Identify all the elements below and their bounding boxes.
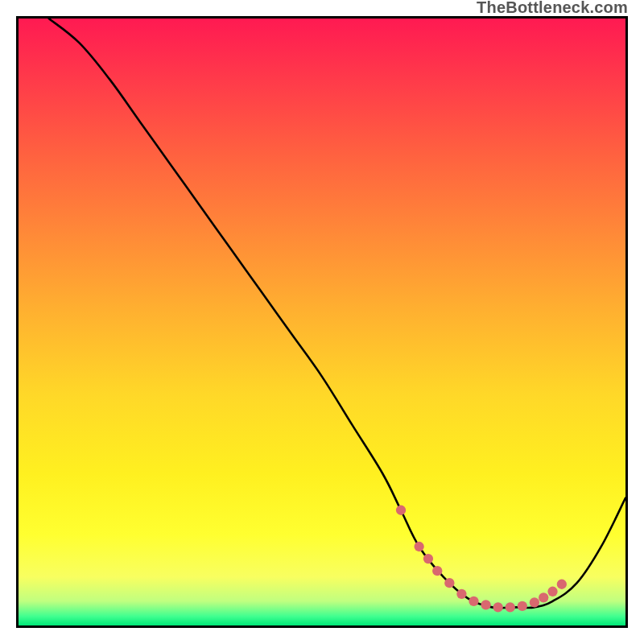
- bottleneck-curve: [49, 19, 625, 608]
- trough-marker-dot: [539, 592, 548, 602]
- trough-marker-dot: [469, 597, 478, 606]
- trough-marker-dot: [547, 587, 557, 597]
- trough-marker-dot: [481, 600, 490, 609]
- trough-marker-dot: [518, 601, 527, 611]
- trough-marker-dot: [396, 506, 406, 515]
- trough-marker-dot: [506, 602, 515, 612]
- trough-marker-dot: [423, 554, 433, 564]
- trough-marker-dot: [456, 589, 466, 599]
- trough-marker-dot: [444, 578, 454, 588]
- trough-marker-dot: [432, 566, 442, 576]
- plot-area: [16, 16, 628, 628]
- trough-marker-dot: [557, 580, 567, 589]
- curve-layer: [19, 19, 625, 625]
- chart-container: TheBottleneck.com: [0, 0, 644, 644]
- trough-markers: [396, 506, 567, 613]
- trough-marker-dot: [530, 597, 539, 607]
- trough-marker-dot: [414, 542, 423, 551]
- watermark-text: TheBottleneck.com: [477, 0, 628, 17]
- trough-marker-dot: [493, 602, 503, 612]
